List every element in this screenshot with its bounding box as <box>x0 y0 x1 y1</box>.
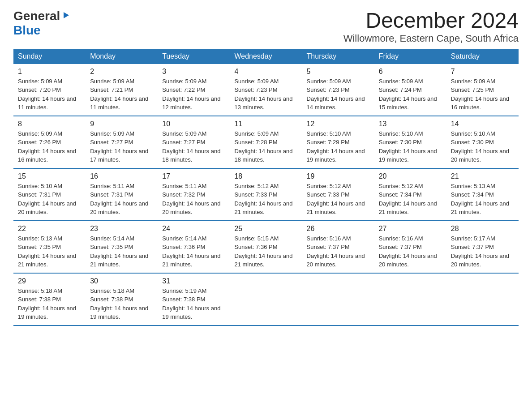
header-saturday: Saturday <box>446 49 519 64</box>
table-row: 6Sunrise: 5:09 AMSunset: 7:24 PMDaylight… <box>374 64 446 116</box>
table-row: 4Sunrise: 5:09 AMSunset: 7:23 PMDaylight… <box>230 64 302 116</box>
svg-marker-0 <box>64 12 69 18</box>
table-row: 3Sunrise: 5:09 AMSunset: 7:22 PMDaylight… <box>158 64 230 116</box>
day-number: 29 <box>18 277 81 285</box>
table-row <box>374 273 446 325</box>
day-number: 12 <box>307 120 370 128</box>
day-info: Sunrise: 5:10 AMSunset: 7:29 PMDaylight:… <box>307 129 370 164</box>
day-number: 25 <box>234 225 297 233</box>
day-info: Sunrise: 5:09 AMSunset: 7:27 PMDaylight:… <box>162 129 225 164</box>
day-number: 23 <box>90 225 153 233</box>
day-number: 20 <box>379 172 442 180</box>
day-info: Sunrise: 5:19 AMSunset: 7:38 PMDaylight:… <box>162 287 225 321</box>
table-row: 29Sunrise: 5:18 AMSunset: 7:38 PMDayligh… <box>13 273 86 325</box>
table-row: 12Sunrise: 5:10 AMSunset: 7:29 PMDayligh… <box>302 116 374 168</box>
table-row: 25Sunrise: 5:15 AMSunset: 7:36 PMDayligh… <box>230 221 302 273</box>
day-number: 9 <box>90 120 153 128</box>
table-row: 10Sunrise: 5:09 AMSunset: 7:27 PMDayligh… <box>158 116 230 168</box>
day-number: 5 <box>307 68 370 76</box>
logo: General Blue <box>13 9 71 38</box>
day-number: 8 <box>18 120 81 128</box>
table-row: 28Sunrise: 5:17 AMSunset: 7:37 PMDayligh… <box>446 221 519 273</box>
day-info: Sunrise: 5:14 AMSunset: 7:36 PMDaylight:… <box>162 234 225 269</box>
day-info: Sunrise: 5:12 AMSunset: 7:34 PMDaylight:… <box>379 182 442 217</box>
day-info: Sunrise: 5:09 AMSunset: 7:26 PMDaylight:… <box>18 129 81 164</box>
title-section: December 2024 Willowmore, Eastern Cape, … <box>343 9 519 44</box>
day-number: 1 <box>18 68 81 76</box>
day-info: Sunrise: 5:09 AMSunset: 7:21 PMDaylight:… <box>90 77 153 112</box>
day-number: 6 <box>379 68 442 76</box>
header-wednesday: Wednesday <box>230 49 302 64</box>
table-row: 22Sunrise: 5:13 AMSunset: 7:35 PMDayligh… <box>13 221 86 273</box>
table-row <box>302 273 374 325</box>
day-number: 7 <box>451 68 514 76</box>
day-info: Sunrise: 5:09 AMSunset: 7:24 PMDaylight:… <box>379 77 442 112</box>
day-info: Sunrise: 5:10 AMSunset: 7:30 PMDaylight:… <box>451 129 514 164</box>
day-number: 28 <box>451 225 514 233</box>
header-monday: Monday <box>86 49 158 64</box>
day-info: Sunrise: 5:13 AMSunset: 7:34 PMDaylight:… <box>451 182 514 217</box>
day-number: 17 <box>162 172 225 180</box>
logo-arrow-icon <box>61 10 71 22</box>
day-info: Sunrise: 5:12 AMSunset: 7:33 PMDaylight:… <box>234 182 297 217</box>
day-number: 10 <box>162 120 225 128</box>
day-number: 14 <box>451 120 514 128</box>
table-row <box>230 273 302 325</box>
day-number: 4 <box>234 68 297 76</box>
table-row: 17Sunrise: 5:11 AMSunset: 7:32 PMDayligh… <box>158 168 230 221</box>
day-info: Sunrise: 5:09 AMSunset: 7:27 PMDaylight:… <box>90 129 153 164</box>
day-info: Sunrise: 5:11 AMSunset: 7:32 PMDaylight:… <box>162 182 225 217</box>
day-info: Sunrise: 5:17 AMSunset: 7:37 PMDaylight:… <box>451 234 514 269</box>
calendar-table: Sunday Monday Tuesday Wednesday Thursday… <box>13 49 519 326</box>
table-row: 13Sunrise: 5:10 AMSunset: 7:30 PMDayligh… <box>374 116 446 168</box>
table-row: 15Sunrise: 5:10 AMSunset: 7:31 PMDayligh… <box>13 168 86 221</box>
day-info: Sunrise: 5:16 AMSunset: 7:37 PMDaylight:… <box>379 234 442 269</box>
day-info: Sunrise: 5:10 AMSunset: 7:30 PMDaylight:… <box>379 129 442 164</box>
table-row <box>446 273 519 325</box>
table-row: 9Sunrise: 5:09 AMSunset: 7:27 PMDaylight… <box>86 116 158 168</box>
day-info: Sunrise: 5:09 AMSunset: 7:25 PMDaylight:… <box>451 77 514 112</box>
day-number: 31 <box>162 277 225 285</box>
table-row: 16Sunrise: 5:11 AMSunset: 7:31 PMDayligh… <box>86 168 158 221</box>
calendar-body: 1Sunrise: 5:09 AMSunset: 7:20 PMDaylight… <box>13 64 519 325</box>
table-row: 18Sunrise: 5:12 AMSunset: 7:33 PMDayligh… <box>230 168 302 221</box>
table-row: 20Sunrise: 5:12 AMSunset: 7:34 PMDayligh… <box>374 168 446 221</box>
day-info: Sunrise: 5:12 AMSunset: 7:33 PMDaylight:… <box>307 182 370 217</box>
table-row: 2Sunrise: 5:09 AMSunset: 7:21 PMDaylight… <box>86 64 158 116</box>
table-row: 27Sunrise: 5:16 AMSunset: 7:37 PMDayligh… <box>374 221 446 273</box>
logo-general-text: General <box>13 9 60 23</box>
logo-blue-text: Blue <box>13 23 41 37</box>
table-row: 5Sunrise: 5:09 AMSunset: 7:23 PMDaylight… <box>302 64 374 116</box>
day-info: Sunrise: 5:16 AMSunset: 7:37 PMDaylight:… <box>307 234 370 269</box>
day-number: 3 <box>162 68 225 76</box>
table-row: 8Sunrise: 5:09 AMSunset: 7:26 PMDaylight… <box>13 116 86 168</box>
table-row: 1Sunrise: 5:09 AMSunset: 7:20 PMDaylight… <box>13 64 86 116</box>
day-number: 19 <box>307 172 370 180</box>
day-info: Sunrise: 5:13 AMSunset: 7:35 PMDaylight:… <box>18 234 81 269</box>
table-row: 19Sunrise: 5:12 AMSunset: 7:33 PMDayligh… <box>302 168 374 221</box>
header-sunday: Sunday <box>13 49 86 64</box>
day-info: Sunrise: 5:10 AMSunset: 7:31 PMDaylight:… <box>18 182 81 217</box>
day-info: Sunrise: 5:18 AMSunset: 7:38 PMDaylight:… <box>18 287 81 321</box>
table-row: 21Sunrise: 5:13 AMSunset: 7:34 PMDayligh… <box>446 168 519 221</box>
day-number: 11 <box>234 120 297 128</box>
day-number: 30 <box>90 277 153 285</box>
header-tuesday: Tuesday <box>158 49 230 64</box>
day-info: Sunrise: 5:18 AMSunset: 7:38 PMDaylight:… <box>90 287 153 321</box>
day-number: 21 <box>451 172 514 180</box>
day-number: 2 <box>90 68 153 76</box>
day-info: Sunrise: 5:14 AMSunset: 7:35 PMDaylight:… <box>90 234 153 269</box>
day-number: 15 <box>18 172 81 180</box>
header-friday: Friday <box>374 49 446 64</box>
day-info: Sunrise: 5:09 AMSunset: 7:20 PMDaylight:… <box>18 77 81 112</box>
header-thursday: Thursday <box>302 49 374 64</box>
table-row: 11Sunrise: 5:09 AMSunset: 7:28 PMDayligh… <box>230 116 302 168</box>
day-info: Sunrise: 5:09 AMSunset: 7:22 PMDaylight:… <box>162 77 225 112</box>
location-title: Willowmore, Eastern Cape, South Africa <box>343 33 519 44</box>
month-title: December 2024 <box>343 9 519 33</box>
day-info: Sunrise: 5:15 AMSunset: 7:36 PMDaylight:… <box>234 234 297 269</box>
table-row: 30Sunrise: 5:18 AMSunset: 7:38 PMDayligh… <box>86 273 158 325</box>
day-info: Sunrise: 5:09 AMSunset: 7:28 PMDaylight:… <box>234 129 297 164</box>
table-row: 7Sunrise: 5:09 AMSunset: 7:25 PMDaylight… <box>446 64 519 116</box>
day-number: 24 <box>162 225 225 233</box>
